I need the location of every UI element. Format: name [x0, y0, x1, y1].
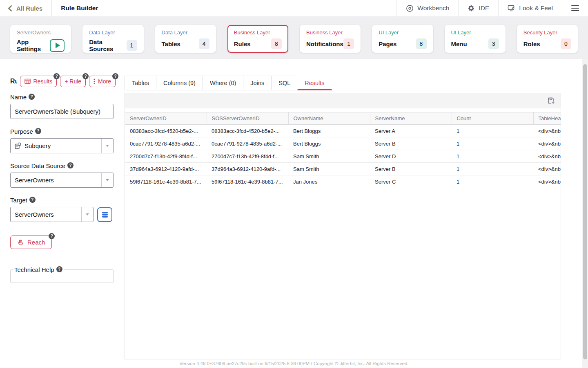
purpose-select-caret[interactable] [101, 139, 113, 153]
card-category: Business Layer [306, 29, 354, 36]
tab-joins[interactable]: Joins [243, 76, 272, 90]
column-header-sosserverownerid[interactable]: SOSServerOwnerID [207, 112, 288, 125]
hand-icon [17, 239, 24, 246]
version-footer: Version 4.49.0+37609.ae27c29c built on 9… [0, 361, 588, 366]
name-label: Name [10, 94, 27, 101]
name-input[interactable] [10, 104, 114, 119]
help-icon[interactable]: ? [29, 94, 35, 100]
table-row[interactable]: 08383acc-3fcd-4520-b5e2-... 08383acc-3fc… [125, 125, 561, 137]
look-and-feel-button[interactable]: Look & Feel [498, 0, 562, 16]
workbench-button[interactable]: Workbench [396, 0, 458, 16]
purpose-label: Purpose [10, 128, 33, 135]
count-badge: 3 [488, 38, 499, 49]
help-icon[interactable]: ? [67, 162, 74, 168]
tab-results[interactable]: Results [297, 76, 332, 90]
database-icon [102, 211, 108, 218]
ide-button[interactable]: IDE [458, 0, 498, 16]
look-and-feel-label: Look & Feel [519, 4, 553, 12]
results-button[interactable]: Results ? [20, 76, 57, 87]
tab-where[interactable]: Where (0) [203, 76, 243, 90]
cell: 1 [452, 150, 533, 163]
card-label: Pages [379, 40, 396, 47]
card-label: Roles [523, 40, 540, 47]
card-roles[interactable]: Security Layer Roles 0 [517, 25, 578, 53]
results-grid: ServerOwnerID SOSServerOwnerID OwnerName… [125, 93, 561, 359]
cell: 1 [452, 163, 533, 175]
card-category: Security Layer [523, 29, 571, 36]
results-grid-toolbar [125, 93, 561, 108]
cell: 08383acc-3fcd-4520-b5e2-... [125, 125, 207, 137]
help-icon[interactable]: ? [53, 73, 60, 79]
tab-sql[interactable]: SQL [271, 76, 298, 90]
cell: 08383acc-3fcd-4520-b5e2-... [207, 125, 288, 137]
card-category: Data Layer [89, 29, 137, 36]
table-row[interactable]: 2700d7c7-f13b-42f9-8f4d-f... 2700d7c7-f1… [125, 150, 561, 163]
column-header-count[interactable]: Count [452, 112, 533, 125]
cell: 1 [452, 175, 533, 188]
cell: Server B [370, 163, 452, 175]
target-select[interactable]: ServerOwners [10, 207, 94, 222]
help-icon[interactable]: ? [49, 233, 55, 239]
scrollbar-thumb[interactable] [583, 64, 587, 359]
target-lookup-button[interactable] [97, 207, 112, 222]
add-rule-button[interactable]: + Rule ? [60, 76, 86, 87]
column-header-serverownerid[interactable]: ServerOwnerID [125, 112, 207, 125]
purpose-value: Subquery [24, 142, 51, 149]
help-icon[interactable]: ? [112, 73, 118, 79]
reach-button-label: Reach [27, 239, 45, 246]
column-header-servername[interactable]: ServerName [370, 112, 452, 125]
cell: Bert Bloggs [288, 137, 370, 150]
technical-help-input[interactable] [13, 273, 111, 283]
vertical-scrollbar[interactable] [582, 59, 588, 368]
card-category: UI Layer [379, 29, 426, 36]
help-icon[interactable]: ? [82, 73, 89, 79]
source-select-caret[interactable] [101, 173, 113, 187]
count-badge: 4 [199, 38, 209, 49]
help-icon[interactable]: ? [35, 128, 41, 134]
tab-columns[interactable]: Columns (9) [156, 76, 203, 90]
cell: Sam Smith [288, 163, 370, 175]
card-pages[interactable]: UI Layer Pages 8 [372, 25, 433, 53]
source-data-source-select[interactable]: ServerOwners [10, 173, 114, 188]
cell: <div>&nbs [533, 125, 561, 137]
card-menu[interactable]: UI Layer Menu 3 [445, 25, 506, 53]
target-select-caret[interactable] [81, 207, 93, 222]
cell: <div>&nbs [533, 137, 561, 150]
reach-button[interactable]: Reach ? [10, 236, 52, 249]
back-all-rules-button[interactable]: All Rules [0, 0, 51, 16]
export-save-icon[interactable] [548, 97, 555, 105]
card-data-sources[interactable]: Data Layer Data Sources 1 [82, 25, 143, 53]
column-header-tableheader[interactable]: TableHea [533, 112, 561, 125]
technical-help-fieldset: Technical Help ? [10, 266, 114, 283]
count-badge: 8 [416, 38, 427, 49]
source-data-source-label: Source Data Source [10, 162, 65, 169]
more-button-label: More [98, 78, 111, 85]
layer-card-strip: ServerOwners App Settings Data Layer Dat… [0, 16, 588, 59]
rule-panel: Rul Results ? + Rule ? More ? Name [10, 76, 116, 283]
cell: 0cae7791-9278-4835-a6d2-... [125, 137, 207, 150]
content-area: Rul Results ? + Rule ? More ? Name [0, 59, 588, 360]
table-row[interactable]: 59f67118-161c-4e39-8b81-7... 59f67118-16… [125, 175, 561, 188]
column-header-ownername[interactable]: OwnerName [288, 112, 370, 125]
cell: Bert Bloggs [288, 125, 370, 137]
cell: 37d964a3-6912-4120-9afd-... [125, 163, 207, 175]
rule-detail-panel: Tables Columns (9) Where (0) Joins SQL R… [125, 76, 561, 359]
table-header-row: ServerOwnerID SOSServerOwnerID OwnerName… [125, 112, 561, 125]
card-app-settings[interactable]: ServerOwners App Settings [10, 25, 71, 53]
technical-help-label: Technical Help [14, 266, 54, 273]
card-label: Data Sources [89, 38, 126, 52]
card-notifications[interactable]: Business Layer Notifications 1 [300, 25, 361, 53]
help-icon[interactable]: ? [56, 266, 62, 272]
cell: 37d964a3-6912-4120-9afd-... [207, 163, 288, 175]
purpose-select[interactable]: Subquery [10, 138, 114, 153]
hamburger-menu-button[interactable] [562, 0, 588, 16]
run-app-button[interactable] [50, 39, 65, 52]
more-button[interactable]: More ? [89, 76, 116, 87]
source-data-source-value: ServerOwners [15, 177, 54, 184]
card-tables[interactable]: Data Layer Tables 4 [155, 25, 216, 53]
card-rules[interactable]: Business Layer Rules 8 [227, 25, 288, 53]
tab-tables[interactable]: Tables [125, 76, 156, 90]
help-icon[interactable]: ? [29, 197, 36, 203]
table-row[interactable]: 0cae7791-9278-4835-a6d2-... 0cae7791-927… [125, 137, 561, 150]
table-row[interactable]: 37d964a3-6912-4120-9afd-... 37d964a3-691… [125, 163, 561, 175]
